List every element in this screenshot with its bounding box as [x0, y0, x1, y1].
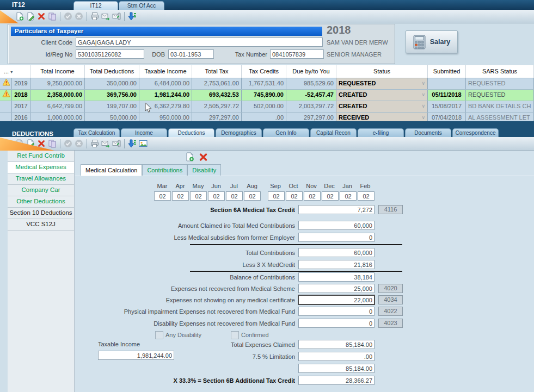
taxable-income-cell[interactable]: 6,362,279.80 — [139, 101, 192, 112]
tab-e-filing[interactable]: e-filing — [358, 128, 404, 138]
subtab-contributions[interactable]: Contributions — [142, 164, 187, 176]
month-input-mar[interactable] — [154, 191, 171, 201]
send-to-icon[interactable] — [111, 138, 122, 149]
import-data-icon[interactable] — [127, 11, 138, 22]
print-icon[interactable] — [89, 138, 100, 149]
taxable-income-cell[interactable]: 6,484,000.00 — [139, 78, 192, 89]
add-medical-record-icon[interactable] — [185, 152, 194, 161]
submitted-cell[interactable]: 15/08/2017 — [428, 101, 466, 112]
tax-number-input[interactable] — [270, 49, 324, 59]
send-receive-mail-icon[interactable] — [100, 138, 111, 149]
due-cell[interactable]: 2,003,297.72 — [286, 101, 336, 112]
grid-row-2019[interactable]: 2019 9,250,000.00 350,000.00 6,484,000.0… — [0, 78, 534, 90]
month-input-may[interactable] — [190, 191, 207, 201]
column-header[interactable]: Total Deductions — [85, 65, 139, 78]
tab-deductions[interactable]: Deductions — [168, 128, 214, 138]
total-income-cell[interactable]: 9,250,000.00 — [30, 78, 85, 89]
physical-impairment-input[interactable] — [298, 307, 375, 316]
month-input-jul[interactable] — [226, 191, 243, 201]
grid-row-2017[interactable]: 2017 6,642,799.00 199,707.00 6,362,279.8… — [0, 101, 534, 113]
status-dropdown[interactable]: CREATED∨ — [336, 101, 428, 112]
month-input-jun[interactable] — [208, 191, 225, 201]
copy-record-icon[interactable] — [47, 11, 58, 22]
sidebar-item-company-car[interactable]: Company Car — [8, 185, 74, 196]
column-header[interactable]: Taxable Income — [139, 65, 192, 78]
column-header[interactable]: Submitted — [428, 65, 466, 78]
year-cell[interactable]: 2019 — [12, 78, 30, 89]
subtab-medical-calculation[interactable]: Medical Calculation — [81, 164, 142, 176]
column-header[interactable]: Tax Credits — [242, 65, 286, 78]
expenses-not-recovered-input[interactable] — [298, 284, 375, 293]
column-header[interactable]: Total Income — [30, 65, 85, 78]
id-reg-input[interactable] — [76, 49, 144, 59]
month-input-dec[interactable] — [322, 191, 339, 201]
column-header-filter[interactable]: ... ▾ — [0, 65, 30, 78]
sidebar-item-vcc-s12j[interactable]: VCC S12J — [8, 219, 74, 231]
sidebar-item-section-10-deductions[interactable]: Section 10 Deductions — [8, 208, 74, 219]
limitation-input[interactable] — [298, 352, 375, 361]
send-receive-mail-icon[interactable] — [100, 11, 111, 22]
tab-income[interactable]: Income — [121, 128, 167, 138]
tax-credits-cell[interactable]: 1,767,531.40 — [242, 78, 286, 89]
window-tab-it12[interactable]: IT12 — [73, 1, 118, 10]
confirmed-checkbox[interactable] — [231, 331, 239, 339]
total-deductions-cell[interactable]: 369,756.00 — [85, 90, 139, 101]
client-code-input[interactable] — [76, 38, 323, 47]
window-tab-stm-of-acc[interactable]: Stm Of Acc — [119, 1, 164, 10]
column-header[interactable]: Total Tax — [192, 65, 242, 78]
salary-button[interactable]: Salary — [406, 30, 458, 53]
tab-gen-info[interactable]: Gen Info — [263, 128, 309, 138]
total-tax-cell[interactable]: 2,505,297.72 — [192, 101, 242, 112]
total-expenses-claimed-input[interactable] — [298, 340, 375, 349]
any-disability-checkbox[interactable] — [155, 331, 163, 339]
subtab-disability[interactable]: Disability — [187, 164, 221, 176]
total-income-cell[interactable]: 6,642,799.00 — [30, 101, 85, 112]
month-input-apr[interactable] — [172, 191, 189, 201]
column-header[interactable]: Status — [336, 65, 428, 78]
disability-expenses-input[interactable] — [298, 319, 375, 328]
image-viewer-icon[interactable] — [138, 138, 149, 149]
sidebar-item-other-deductions[interactable]: Other Deductions — [8, 196, 74, 208]
total-deductions-cell[interactable]: 350,000.00 — [85, 78, 139, 89]
total-tax-cell[interactable]: 693,432.53 — [192, 90, 242, 101]
copy-record-icon[interactable] — [47, 138, 58, 149]
delete-medical-record-icon[interactable] — [199, 152, 208, 161]
approve-icon[interactable] — [63, 11, 73, 22]
total-deductions-cell[interactable]: 199,707.00 — [85, 101, 139, 112]
due-cell[interactable]: -52,457.47 — [286, 90, 336, 101]
dob-input[interactable] — [168, 49, 214, 59]
new-record-icon[interactable] — [14, 11, 25, 22]
year-cell[interactable]: 2017 — [12, 101, 30, 112]
section-6b-input[interactable] — [298, 376, 375, 385]
due-cell[interactable]: 985,529.60 — [286, 78, 336, 89]
month-input-sep[interactable] — [268, 191, 285, 201]
import-data-icon[interactable] — [127, 138, 138, 149]
grid-row-2018[interactable]: 2018 2,358,000.00 369,756.00 1,981,244.0… — [0, 90, 534, 101]
less-subsidies-input[interactable] — [298, 233, 375, 242]
sars-status-cell[interactable]: BD BANK DETAILS CH — [466, 101, 534, 112]
sidebar-item-ret-fund-contrib[interactable]: Ret Fund Contrib — [8, 151, 74, 162]
status-dropdown[interactable]: REQUESTED∨ — [336, 78, 428, 89]
tab-documents[interactable]: Documents — [405, 128, 451, 138]
print-icon[interactable] — [89, 11, 100, 22]
expenses-no-certificate-input[interactable] — [298, 295, 375, 305]
section-6a-input[interactable] — [298, 205, 375, 214]
tab-correspondence[interactable]: Correspondence — [452, 128, 499, 138]
tab-capital-recon[interactable]: Capital Recon — [310, 128, 357, 138]
sars-status-cell[interactable]: REQUESTED — [466, 90, 534, 101]
balance-contributions-input[interactable] — [298, 272, 375, 282]
sars-status-cell[interactable]: REQUESTED — [466, 78, 534, 89]
year-cell[interactable]: 2018 — [12, 90, 30, 101]
month-input-feb[interactable] — [358, 191, 375, 201]
month-input-nov[interactable] — [304, 191, 321, 201]
approve-icon[interactable] — [63, 138, 73, 149]
reject-icon[interactable] — [73, 138, 84, 149]
sidebar-item-medical-expenses[interactable]: Medical Expenses — [8, 162, 74, 173]
edit-record-icon[interactable] — [25, 11, 36, 22]
delete-record-icon[interactable] — [36, 11, 47, 22]
month-input-aug[interactable] — [244, 191, 261, 201]
column-header[interactable]: Due by/to You — [286, 65, 336, 78]
submitted-cell[interactable]: 05/11/2018 — [428, 90, 466, 101]
tab-demographics[interactable]: Demographics — [216, 128, 262, 138]
net-expenses-input[interactable] — [298, 364, 375, 373]
